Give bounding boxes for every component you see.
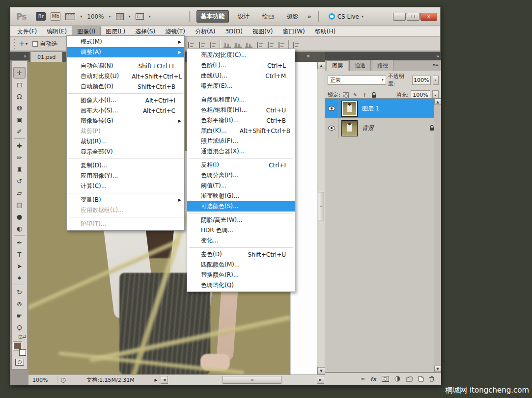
path-select-tool[interactable]: ➤ bbox=[13, 260, 26, 272]
menu-item-auto-color[interactable]: 自动颜色(O)Shift+Ctrl+B bbox=[67, 81, 184, 92]
layer-mask-icon[interactable] bbox=[382, 376, 389, 382]
zoom-level-control[interactable]: 100% bbox=[87, 13, 104, 20]
drag-grip-icon[interactable] bbox=[14, 63, 25, 65]
distribute-hcenters-icon[interactable] bbox=[267, 42, 274, 48]
menu-item-canvas-size[interactable]: 画布大小(S)...Alt+Ctrl+C bbox=[67, 106, 184, 116]
menu-filter[interactable]: 滤镜(T) bbox=[160, 27, 190, 36]
menu-item-mode[interactable]: 模式(M)▶ bbox=[67, 37, 184, 47]
tab-paths[interactable]: 路径 bbox=[372, 60, 393, 71]
3d-orbit-tool[interactable]: ⊚ bbox=[13, 298, 26, 310]
tab-layers[interactable]: 图层 bbox=[327, 60, 348, 71]
distribute-bottom-icon[interactable] bbox=[245, 42, 252, 48]
menu-window[interactable]: 窗口(W) bbox=[278, 27, 310, 36]
menu-item-duplicate[interactable]: 复制(D)... bbox=[67, 160, 184, 171]
auto-select-checkbox[interactable] bbox=[32, 41, 38, 47]
menu-item-variations[interactable]: 变化... bbox=[187, 236, 295, 246]
menu-item-vibrance[interactable]: 自然饱和度(V)... bbox=[187, 95, 295, 105]
workspace-tab-design[interactable]: 设计 bbox=[234, 11, 253, 22]
document-tab-active[interactable]: 01.psd bbox=[30, 52, 63, 62]
delete-layer-icon[interactable] bbox=[429, 376, 434, 382]
lock-position-icon[interactable]: ✛ bbox=[361, 91, 368, 99]
lock-all-icon[interactable] bbox=[370, 91, 378, 99]
opacity-slider-button[interactable]: ▸ bbox=[433, 76, 439, 85]
status-zoom-field[interactable]: 100% bbox=[28, 377, 57, 383]
status-options-button[interactable]: ▶ bbox=[152, 375, 160, 385]
align-hcenters-icon[interactable] bbox=[198, 42, 205, 48]
collapse-panels-button[interactable]: » bbox=[325, 52, 441, 60]
zoom-tool[interactable]: Ǫ bbox=[13, 321, 26, 333]
brush-tool[interactable]: ✏ bbox=[13, 152, 26, 163]
3d-rotate-tool[interactable]: ↻ bbox=[13, 286, 26, 298]
visibility-toggle[interactable] bbox=[325, 118, 338, 138]
layer-thumbnail[interactable] bbox=[341, 120, 358, 136]
workspace-overflow-button[interactable]: » bbox=[308, 13, 311, 20]
marquee-tool[interactable]: ◻ bbox=[13, 79, 26, 90]
menu-layer[interactable]: 图层(L) bbox=[101, 27, 130, 36]
eraser-tool[interactable]: ▱ bbox=[13, 187, 26, 199]
menu-view[interactable]: 视图(V) bbox=[248, 27, 278, 36]
scroll-down-button[interactable]: ▼ bbox=[434, 366, 441, 372]
minimize-button[interactable]: — bbox=[393, 13, 406, 21]
layer-thumbnail[interactable] bbox=[341, 101, 358, 117]
layer-style-icon[interactable]: fx bbox=[370, 376, 376, 382]
menu-item-brightness-contrast[interactable]: 亮度/对比度(C)... bbox=[187, 50, 295, 60]
tab-channels[interactable]: 通道 bbox=[349, 60, 371, 71]
new-group-icon[interactable] bbox=[406, 376, 413, 382]
layer-name[interactable]: 图层 1 bbox=[362, 105, 379, 113]
menu-item-photo-filter[interactable]: 照片滤镜(F)... bbox=[187, 136, 295, 146]
scroll-up-button[interactable]: ▲ bbox=[317, 62, 325, 69]
status-clock-icon[interactable]: ◷ bbox=[57, 376, 69, 383]
horizontal-scroll-thumb[interactable]: ≡ bbox=[223, 376, 281, 384]
align-right-edges-icon[interactable] bbox=[209, 42, 216, 48]
menu-item-desaturate[interactable]: 去色(D)Shift+Ctrl+U bbox=[187, 249, 295, 260]
menu-item-threshold[interactable]: 阈值(T)... bbox=[187, 181, 295, 191]
background-color-swatch[interactable] bbox=[19, 349, 26, 356]
new-layer-icon[interactable] bbox=[418, 376, 424, 382]
menu-select[interactable]: 选择(S) bbox=[130, 27, 160, 36]
foreground-color-swatch[interactable] bbox=[13, 342, 22, 350]
type-tool[interactable]: T bbox=[13, 248, 26, 260]
menu-item-color-balance[interactable]: 色彩平衡(B)...Ctrl+B bbox=[187, 115, 295, 126]
pen-tool[interactable]: ✒ bbox=[13, 237, 26, 248]
menu-item-equalize[interactable]: 色调均化(Q) bbox=[187, 280, 295, 291]
hand-tool[interactable]: ☛ bbox=[13, 310, 26, 321]
menu-analysis[interactable]: 分析(A) bbox=[190, 27, 221, 36]
swap-colors-icon[interactable]: ◱⇄ bbox=[12, 334, 26, 339]
panel-menu-icon[interactable]: ▾≡ bbox=[433, 62, 439, 67]
layer-row-background[interactable]: 背景 bbox=[325, 118, 441, 138]
link-layers-icon[interactable]: ∞ bbox=[361, 376, 365, 382]
menu-item-image-rotation[interactable]: 图像旋转(G)▶ bbox=[67, 116, 184, 126]
menu-item-channel-mixer[interactable]: 通道混合器(X)... bbox=[187, 146, 295, 157]
lock-pixels-icon[interactable]: ✎ bbox=[352, 91, 359, 99]
menu-item-calculations[interactable]: 计算(C)... bbox=[67, 181, 184, 191]
menu-item-reveal-all[interactable]: 显示全部(V) bbox=[67, 147, 184, 157]
menu-item-auto-contrast[interactable]: 自动对比度(U)Alt+Shift+Ctrl+L bbox=[67, 71, 184, 81]
menu-item-posterize[interactable]: 色调分离(P)... bbox=[187, 170, 295, 181]
distribute-right-icon[interactable] bbox=[278, 42, 285, 48]
menu-item-levels[interactable]: 色阶(L)...Ctrl+L bbox=[187, 60, 295, 71]
auto-align-layers-icon[interactable] bbox=[292, 42, 300, 48]
gradient-tool[interactable]: ▤ bbox=[13, 199, 26, 211]
menu-item-black-white[interactable]: 黑白(K)...Alt+Shift+Ctrl+B bbox=[187, 126, 295, 136]
panel-scrollbar[interactable]: ▲ ▼ bbox=[434, 99, 441, 372]
menu-item-invert[interactable]: 反相(I)Ctrl+I bbox=[187, 160, 295, 170]
tab-overflow-button[interactable]: » bbox=[307, 53, 310, 59]
workspace-tab-painting[interactable]: 绘画 bbox=[258, 11, 278, 22]
menu-item-exposure[interactable]: 曝光度(E)... bbox=[187, 81, 295, 91]
menu-item-selective-color[interactable]: 可选颜色(S)... bbox=[187, 201, 295, 212]
menu-item-hdr-toning[interactable]: HDR 色调... bbox=[187, 225, 295, 236]
align-left-edges-icon[interactable] bbox=[187, 42, 195, 48]
layer-name[interactable]: 背景 bbox=[362, 124, 374, 133]
menu-file[interactable]: 文件(F) bbox=[12, 27, 42, 36]
distribute-vcenters-icon[interactable] bbox=[234, 42, 242, 48]
menu-item-shadows-highlights[interactable]: 阴影/高光(W)... bbox=[187, 215, 295, 225]
layer-row-selected[interactable]: 图层 1 bbox=[325, 99, 441, 118]
visibility-toggle[interactable] bbox=[325, 99, 338, 118]
quick-select-tool[interactable]: ❂ bbox=[13, 102, 26, 114]
shape-tool[interactable]: ✶ bbox=[13, 272, 26, 284]
view-extras-icon[interactable] bbox=[65, 13, 75, 20]
restore-button[interactable]: ❐ bbox=[407, 13, 420, 21]
menu-item-adjustments[interactable]: 调整(A)▶ bbox=[67, 47, 184, 57]
menu-image[interactable]: 图像(I) bbox=[72, 27, 101, 36]
scroll-right-button[interactable]: ▶ bbox=[317, 376, 324, 384]
